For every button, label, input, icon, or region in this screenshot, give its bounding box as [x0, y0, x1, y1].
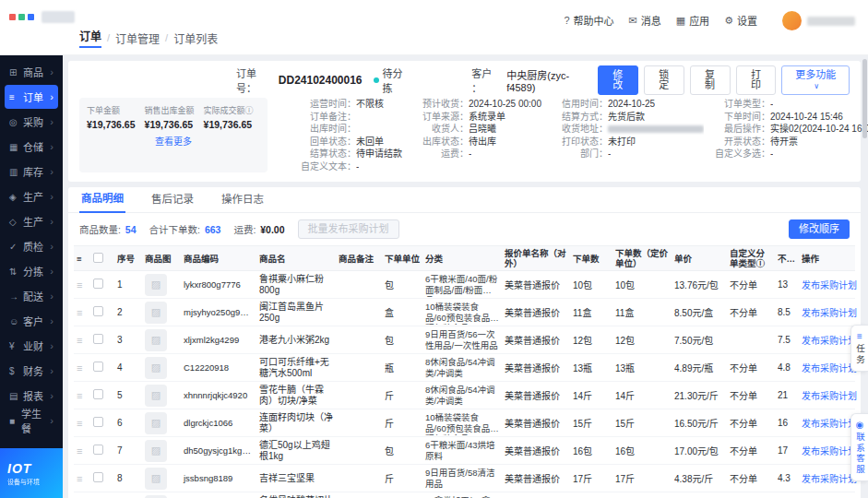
- scrollbar-thumb[interactable]: [862, 59, 867, 138]
- drag-handle-icon[interactable]: ≡: [74, 416, 90, 431]
- publish-purchase-plan-link[interactable]: 发布采购计划: [802, 446, 857, 456]
- cell-code: jssbsng8189: [181, 471, 256, 485]
- row-checkbox[interactable]: [93, 472, 103, 482]
- sidebar-item-student-meal[interactable]: ■学生餐›: [5, 409, 58, 433]
- select-all-cell: [90, 251, 114, 267]
- cell-order-qty: 11盒: [570, 303, 612, 321]
- field-value: -: [770, 148, 773, 160]
- row-checkbox[interactable]: [93, 279, 103, 289]
- publish-purchase-plan-link[interactable]: 发布采购计划: [802, 363, 857, 374]
- drag-handle-icon[interactable]: ≡: [74, 361, 90, 375]
- publish-purchase-plan-link[interactable]: 发布采购计划: [802, 474, 857, 484]
- lock-button[interactable]: 锁定: [644, 65, 684, 95]
- topbar-message-button[interactable]: ✉消息: [629, 13, 661, 28]
- field-label: 结算方式：: [551, 111, 608, 124]
- row-checkbox[interactable]: [93, 334, 103, 344]
- sidebar-item-production-1[interactable]: ◈生产›: [5, 184, 58, 208]
- more-actions-button[interactable]: 更多功能∨: [781, 65, 850, 95]
- task-floater[interactable]: ≡ 任务: [850, 325, 868, 372]
- tab-product-detail[interactable]: 商品明细: [79, 190, 125, 213]
- field-value: 系统录单: [469, 111, 505, 124]
- drag-handle-icon[interactable]: ≡: [74, 444, 90, 458]
- chevron-right-icon: ›: [50, 365, 54, 376]
- field-label: 自定义多选：: [713, 148, 770, 160]
- publish-purchase-plan-link[interactable]: 发布采购计划: [802, 308, 857, 318]
- see-more-link[interactable]: 查看更多: [87, 134, 260, 148]
- summary-stat-label: 销售出库金额: [145, 104, 195, 116]
- customer-label: 客户 ：: [471, 65, 505, 95]
- field-label: 订单类型：: [713, 98, 770, 111]
- breadcrumb-item[interactable]: 订单列表: [173, 30, 218, 46]
- sidebar-item-label: 库存: [23, 164, 43, 179]
- drag-handle-icon[interactable]: ≡: [74, 333, 90, 348]
- row-checkbox[interactable]: [93, 445, 103, 455]
- sidebar-item-warehouse[interactable]: ▦仓储›: [5, 135, 58, 159]
- sidebar-item-business-finance[interactable]: ¥业财›: [5, 334, 58, 358]
- row-checkbox[interactable]: [93, 306, 103, 316]
- field-label: 订单备注：: [299, 111, 356, 124]
- drag-handle-icon[interactable]: ≡: [74, 305, 90, 320]
- column-config-icon[interactable]: ≡: [74, 252, 90, 266]
- status-dot: [374, 77, 379, 83]
- support-floater[interactable]: ◉ 联系客服: [850, 413, 868, 481]
- topbar-help-button[interactable]: ?帮助中心: [564, 13, 613, 28]
- tab-operation-log[interactable]: 操作日志: [220, 191, 266, 212]
- tab-after-sale[interactable]: 售后记录: [149, 191, 196, 212]
- sidebar-item-customers[interactable]: ☺客户›: [5, 309, 58, 333]
- reorder-button[interactable]: 修改顺序: [789, 219, 850, 239]
- row-checkbox[interactable]: [93, 417, 103, 427]
- table-header: ≡序号商品图商品编码商品名商品备注下单单位分类报价单名称（对外）下单数下单数（定…: [74, 245, 855, 271]
- avatar[interactable]: [782, 11, 802, 30]
- sidebar-item-purchase[interactable]: ◎采购›: [5, 110, 58, 134]
- sidebar-item-reports[interactable]: ▤报表›: [5, 384, 58, 408]
- modify-button[interactable]: 修改: [598, 65, 638, 95]
- chevron-down-icon: ∨: [814, 82, 819, 90]
- cell-code: mjsyhyo250g9196: [181, 305, 256, 319]
- header-3: 商品名: [256, 252, 336, 266]
- topbar-apps-button[interactable]: ▦应用: [676, 13, 709, 28]
- sidebar-item-quality[interactable]: ✓质检›: [5, 234, 58, 258]
- row-checkbox[interactable]: [93, 362, 103, 372]
- drag-handle-icon[interactable]: ≡: [74, 471, 90, 486]
- sidebar-item-orders[interactable]: ≡订单›: [5, 85, 58, 109]
- production-1-icon: ◈: [9, 192, 19, 202]
- sidebar-item-inventory[interactable]: ▥库存›: [5, 160, 58, 184]
- sidebar-item-delivery[interactable]: →配送›: [5, 284, 58, 308]
- summary-stat: 销售出库金额¥19,736.65: [145, 104, 195, 130]
- breadcrumb-item[interactable]: 订单: [79, 28, 101, 48]
- field-value: 2024-10-25 00:00: [469, 98, 541, 111]
- drag-handle-icon[interactable]: ≡: [74, 388, 90, 403]
- breadcrumb-item[interactable]: 订单管理: [115, 30, 160, 46]
- main-content: 订单号： DD24102400016 待分拣 客户 ： 中央厨房(zyc-f45…: [63, 55, 868, 498]
- drag-handle-icon[interactable]: ≡: [74, 278, 90, 292]
- sidebar-item-sorting[interactable]: ⇅分拣›: [5, 259, 58, 283]
- products-table: ≡序号商品图商品编码商品名商品备注下单单位分类报价单名称（对外）下单数下单数（定…: [68, 245, 861, 498]
- cell-name: 吉祥三宝坚果: [256, 471, 336, 486]
- publish-purchase-plan-link[interactable]: 发布采购计划: [802, 419, 857, 429]
- product-image-placeholder: ▨: [145, 329, 167, 351]
- header-9: 下单数（定价单位）: [612, 246, 672, 270]
- sidebar-item-production-2[interactable]: ◇生产›: [5, 209, 58, 233]
- chevron-right-icon: ›: [50, 315, 54, 326]
- headset-icon: ◉: [856, 420, 864, 430]
- header-1: 商品图: [142, 252, 181, 266]
- chevron-right-icon: ›: [50, 241, 54, 252]
- row-checkbox[interactable]: [93, 389, 103, 399]
- publish-purchase-plan-link[interactable]: 发布采购计划: [802, 391, 857, 401]
- batch-publish-button[interactable]: 批量发布采购计划: [298, 219, 399, 239]
- cell-notax-price: 4.8: [775, 361, 799, 374]
- sidebar-item-label: 生产: [23, 214, 43, 229]
- field-label: 自定义文本：: [299, 160, 356, 173]
- cell-category: 9日用百货/56一次性用品/一次性用品: [422, 327, 502, 352]
- user-area[interactable]: [782, 11, 855, 30]
- copy-button[interactable]: 复制: [690, 65, 731, 95]
- print-button[interactable]: 打印: [736, 65, 777, 95]
- publish-purchase-plan-link[interactable]: 发布采购计划: [802, 336, 857, 346]
- cell-name: 鲁祺粟小麻仁粉800g: [256, 272, 336, 298]
- sidebar-item-goods[interactable]: ⊞商品›: [5, 60, 58, 84]
- publish-purchase-plan-link[interactable]: 发布采购计划: [802, 280, 857, 290]
- select-all-checkbox[interactable]: [93, 253, 103, 263]
- topbar-settings-button[interactable]: ⚙设置: [724, 13, 757, 28]
- sidebar-item-finance[interactable]: $财务›: [5, 359, 58, 383]
- cell-quote-name: 美菜普通报价: [502, 386, 570, 404]
